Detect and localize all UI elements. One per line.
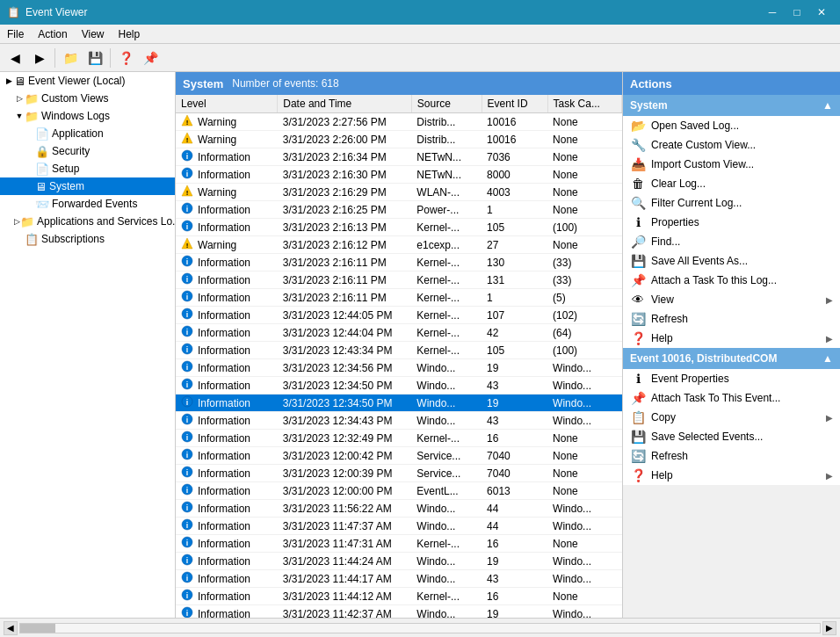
table-row[interactable]: !Warning3/31/2023 2:27:56 PMDistrib...10…	[176, 113, 622, 131]
table-row[interactable]: iInformation3/31/2023 11:42:37 AMWindo..…	[176, 605, 622, 619]
table-header-level[interactable]: Level	[176, 95, 278, 113]
table-row[interactable]: iInformation3/31/2023 12:34:43 PMWindo..…	[176, 412, 622, 430]
table-row[interactable]: iInformation3/31/2023 12:43:34 PMKernel-…	[176, 342, 622, 359]
table-row[interactable]: iInformation3/31/2023 11:44:12 AMKernel-…	[176, 588, 622, 605]
event-table-container[interactable]: LevelDate and TimeSourceEvent IDTask Ca.…	[176, 95, 622, 618]
toolbar-pin-button[interactable]: 📌	[139, 47, 162, 69]
tree-item-appsvc[interactable]: ▷📁Applications and Services Lo...	[0, 213, 175, 230]
menu-item-file[interactable]: File	[0, 25, 31, 43]
maximize-button[interactable]: □	[786, 4, 808, 21]
actions-section-header-event[interactable]: Event 10016, DistributedCOM▲	[623, 348, 840, 369]
actions-item-attach-task-to-this-event---[interactable]: 📌Attach Task To This Event...	[623, 388, 840, 408]
horizontal-scrollbar[interactable]	[19, 623, 821, 633]
scroll-left-button[interactable]: ◀	[4, 621, 18, 635]
actions-item-properties[interactable]: ℹProperties	[623, 213, 840, 232]
menu-item-view[interactable]: View	[75, 25, 112, 43]
table-header-event-id[interactable]: Event ID	[482, 95, 547, 113]
table-header-task-ca---[interactable]: Task Ca...	[547, 95, 621, 113]
actions-item-save-selected-events---[interactable]: 💾Save Selected Events...	[623, 427, 840, 446]
actions-item-refresh[interactable]: 🔄Refresh	[623, 446, 840, 466]
toolbar-help-button[interactable]: ❓	[114, 47, 137, 69]
table-row[interactable]: iInformation3/31/2023 12:44:05 PMKernel-…	[176, 307, 622, 324]
actions-item-filter-current-log---[interactable]: 🔍Filter Current Log...	[623, 193, 840, 213]
event-level-cell: iInformation	[176, 395, 278, 412]
table-row[interactable]: iInformation3/31/2023 2:16:25 PMPower-..…	[176, 201, 622, 219]
tree-item-system[interactable]: 🖥System	[0, 177, 175, 195]
event-source-cell: Service...	[411, 447, 482, 465]
scrollbar-thumb[interactable]	[20, 624, 55, 633]
table-row[interactable]: iInformation3/31/2023 2:16:30 PMNETwN...…	[176, 166, 622, 184]
actions-section-title-system: System	[630, 99, 668, 112]
tree-item-custom[interactable]: ▷📁Custom Views	[0, 90, 175, 107]
actions-item-create-custom-view---[interactable]: 🔧Create Custom View...	[623, 135, 840, 155]
table-row[interactable]: iInformation3/31/2023 11:44:17 AMWindo..…	[176, 570, 622, 588]
tree-item-winlogs[interactable]: ▼📁Windows Logs	[0, 107, 175, 125]
actions-item-open-saved-log---[interactable]: 📂Open Saved Log...	[623, 116, 840, 135]
actions-item-refresh[interactable]: 🔄Refresh	[623, 309, 840, 329]
event-level-cell: iInformation	[176, 148, 278, 166]
table-row[interactable]: iInformation3/31/2023 11:56:22 AMWindo..…	[176, 500, 622, 518]
table-row[interactable]: iInformation3/31/2023 12:00:39 PMService…	[176, 465, 622, 482]
event-level-text: Information	[198, 309, 250, 322]
tree-item-forwarded[interactable]: 📨Forwarded Events	[0, 195, 175, 213]
actions-item-copy[interactable]: 📋Copy▶	[623, 408, 840, 427]
tree-item-security[interactable]: 🔒Security	[0, 142, 175, 160]
tree-label-appsvc: Applications and Services Lo...	[37, 215, 176, 228]
table-row[interactable]: iInformation3/31/2023 2:16:11 PMKernel-.…	[176, 289, 622, 307]
event-level-cell: iInformation	[176, 412, 278, 430]
toolbar-folder-button[interactable]: 📁	[59, 47, 82, 69]
actions-item-clear-log---[interactable]: 🗑Clear Log...	[623, 174, 840, 193]
actions-item-view[interactable]: 👁View▶	[623, 290, 840, 309]
toolbar-back-button[interactable]: ◀	[4, 47, 26, 69]
event-date-cell: 3/31/2023 12:34:50 PM	[278, 395, 412, 412]
menu-item-action[interactable]: Action	[31, 25, 74, 43]
event-source-cell: Kernel-...	[411, 430, 482, 447]
tree-icon-subs: 📋	[25, 233, 39, 246]
toolbar-save-button[interactable]: 💾	[83, 47, 106, 69]
table-row[interactable]: !Warning3/31/2023 2:16:12 PMe1cexp...27N…	[176, 236, 622, 254]
toolbar-forward-button[interactable]: ▶	[28, 47, 51, 69]
event-date-cell: 3/31/2023 2:16:11 PM	[278, 271, 412, 289]
actions-item-help[interactable]: ❓Help▶	[623, 466, 840, 485]
svg-text:i: i	[186, 609, 189, 618]
table-row[interactable]: iInformation3/31/2023 12:44:04 PMKernel-…	[176, 324, 622, 342]
table-row[interactable]: iInformation3/31/2023 11:44:24 AMWindo..…	[176, 553, 622, 570]
table-row[interactable]: iInformation3/31/2023 2:16:34 PMNETwN...…	[176, 148, 622, 166]
table-row[interactable]: iInformation3/31/2023 12:34:50 PMWindo..…	[176, 395, 622, 412]
actions-item-find---[interactable]: 🔎Find...	[623, 232, 840, 251]
actions-item-attach-a-task-to-this-log---[interactable]: 📌Attach a Task To this Log...	[623, 271, 840, 290]
table-row[interactable]: iInformation3/31/2023 2:16:11 PMKernel-.…	[176, 271, 622, 289]
table-row[interactable]: iInformation3/31/2023 11:47:31 AMKernel-…	[176, 535, 622, 553]
event-id-cell: 19	[482, 359, 547, 377]
minimize-button[interactable]: ─	[761, 4, 784, 21]
actions-item-save-all-events-as---[interactable]: 💾Save All Events As...	[623, 251, 840, 271]
actions-item-import-custom-view---[interactable]: 📥Import Custom View...	[623, 155, 840, 174]
actions-section-header-system[interactable]: System▲	[623, 95, 840, 116]
tree-item-root[interactable]: ▶🖥Event Viewer (Local)	[0, 72, 175, 90]
menu-item-help[interactable]: Help	[112, 25, 148, 43]
table-row[interactable]: !Warning3/31/2023 2:16:29 PMWLAN-...4003…	[176, 184, 622, 201]
event-level-text: Warning	[198, 116, 236, 128]
tree-arrow-root: ▶	[4, 76, 14, 85]
table-row[interactable]: !Warning3/31/2023 2:26:00 PMDistrib...10…	[176, 131, 622, 148]
table-row[interactable]: iInformation3/31/2023 2:16:11 PMKernel-.…	[176, 254, 622, 271]
table-row[interactable]: iInformation3/31/2023 12:34:50 PMWindo..…	[176, 377, 622, 395]
tree-item-setup[interactable]: 📄Setup	[0, 160, 175, 177]
table-row[interactable]: iInformation3/31/2023 2:16:13 PMKernel-.…	[176, 219, 622, 236]
tree-item-subs[interactable]: 📋Subscriptions	[0, 230, 175, 248]
table-row[interactable]: iInformation3/31/2023 12:00:00 PMEventL.…	[176, 482, 622, 500]
actions-item-event-properties[interactable]: ℹEvent Properties	[623, 369, 840, 388]
scroll-right-button[interactable]: ▶	[822, 621, 836, 635]
table-row[interactable]: iInformation3/31/2023 12:32:49 PMKernel-…	[176, 430, 622, 447]
close-button[interactable]: ✕	[810, 4, 833, 21]
event-task-cell: None	[547, 113, 621, 131]
event-task-cell: Windo...	[547, 605, 621, 619]
table-row[interactable]: iInformation3/31/2023 11:47:37 AMWindo..…	[176, 518, 622, 535]
table-header-date-and-time[interactable]: Date and Time	[278, 95, 412, 113]
table-row[interactable]: iInformation3/31/2023 12:00:42 PMService…	[176, 447, 622, 465]
actions-item-help[interactable]: ❓Help▶	[623, 329, 840, 348]
table-header-source[interactable]: Source	[411, 95, 482, 113]
event-level-text: Information	[198, 555, 250, 568]
tree-item-app[interactable]: 📄Application	[0, 125, 175, 142]
table-row[interactable]: iInformation3/31/2023 12:34:56 PMWindo..…	[176, 359, 622, 377]
